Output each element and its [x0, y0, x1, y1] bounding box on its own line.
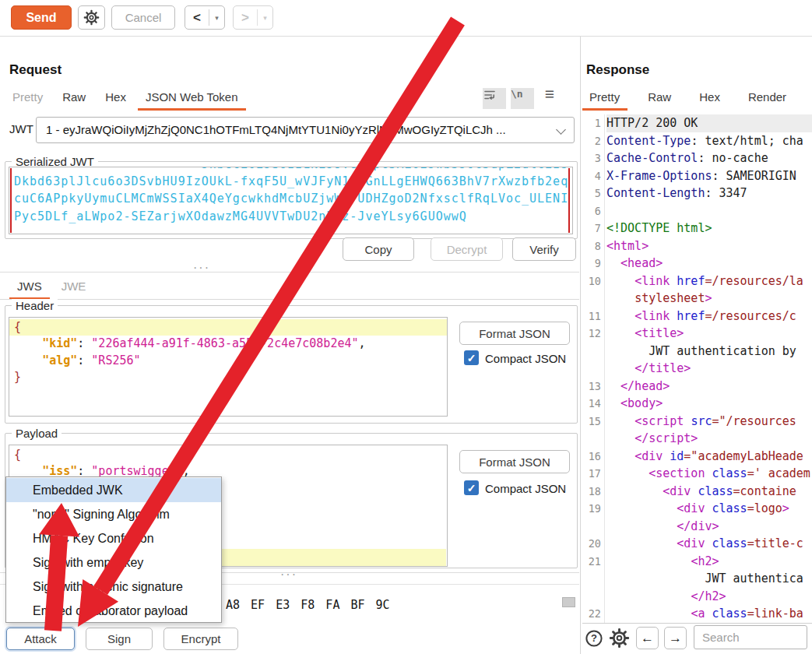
line-text: <body>	[606, 395, 812, 413]
code-segment: <div	[663, 484, 698, 498]
code-line: 7<!DOCTYPE html>	[582, 220, 812, 237]
header-format-json-button[interactable]: Format JSON	[459, 322, 570, 345]
help-button[interactable]: ?	[585, 629, 603, 648]
code-segment: =link-ba	[747, 607, 803, 621]
line-number	[582, 570, 601, 588]
tab-pretty[interactable]: Pretty	[588, 86, 621, 108]
header-compact-json-label: Compact JSON	[485, 352, 566, 365]
attack-menu-item-sign-with-empty-key[interactable]: Sign with empty key	[6, 550, 221, 575]
code-segment: X-Frame-Options	[606, 169, 712, 183]
newline-toggle-button[interactable]: \n	[511, 88, 534, 109]
search-next-button[interactable]: →	[664, 627, 687, 649]
cancel-button[interactable]: Cancel	[111, 5, 175, 30]
encrypt-button[interactable]: Encrypt	[163, 628, 238, 650]
jwt-header-label: Header	[12, 299, 58, 312]
line-number: 13	[582, 378, 601, 396]
editor-menu-button[interactable]: ≡	[540, 85, 559, 108]
code-line: 10 <link href=/resources/la	[582, 272, 812, 290]
sign-button[interactable]: Sign	[86, 628, 153, 650]
code-segment	[606, 501, 677, 515]
line-number: 19	[582, 500, 601, 518]
code-line: 5Content-Length: 3347	[582, 185, 812, 202]
jwt-serialized-line: Dkbd63plJlcu6o3DSvbHU9IzOUkL-fxqF5U_wVJF…	[14, 173, 569, 190]
line-number: 11	[582, 308, 601, 325]
tab-hex[interactable]: Hex	[698, 86, 722, 108]
code-segment: </h2>	[691, 589, 726, 603]
jwt-selector[interactable]: 1 - eyJraWQiOiIyMjZhZjQ0NC1hOTFmLTQ4NjMt…	[36, 117, 575, 143]
code-segment: href	[677, 274, 705, 288]
response-code[interactable]: 1HTTP/2 200 OK2Content-Type: text/html; …	[582, 114, 812, 623]
line-number: 16	[582, 448, 601, 466]
code-segment: =/resources/c	[705, 309, 796, 323]
line-text: <head>	[606, 255, 812, 272]
tab-raw[interactable]: Raw	[646, 86, 673, 108]
tab-pretty[interactable]: Pretty	[11, 86, 44, 108]
code-segment: <div	[677, 501, 712, 515]
tab-render[interactable]: Render	[747, 86, 788, 108]
tab-jwe[interactable]: JWE	[60, 275, 88, 297]
line-number: 4	[582, 167, 601, 185]
json-line: }	[9, 369, 447, 385]
wrap-lines-icon	[483, 88, 506, 102]
code-segment	[606, 536, 677, 550]
attack-menu-item-sign-with-psychic-signature[interactable]: Sign with psychic signature	[6, 575, 221, 599]
scrollbar-thumb[interactable]	[562, 597, 575, 607]
attack-menu-item-hmac-key-confusion[interactable]: HMAC Key Confusion	[6, 526, 221, 550]
line-text: stylesheet>	[606, 290, 812, 308]
code-segment: <script	[634, 414, 691, 428]
back-dropdown-icon[interactable]: ▾	[209, 14, 224, 22]
splitter-handle[interactable]: ···	[193, 261, 210, 275]
wrap-lines-button[interactable]	[483, 88, 506, 109]
search-settings-button[interactable]	[609, 628, 630, 649]
line-text: <script src="/resources	[606, 413, 812, 431]
line-text: Content-Type: text/html; cha	[606, 132, 812, 150]
code-line: 19 <div class=logo>	[582, 500, 812, 518]
panel-divider[interactable]	[580, 37, 581, 654]
tab-json-web-token[interactable]: JSON Web Token	[144, 86, 240, 108]
attack-menu-item-embed-collaborator-payload[interactable]: Embed collaborator payload	[6, 599, 221, 623]
search-input[interactable]	[694, 625, 807, 649]
decrypt-button: Decrypt	[431, 237, 503, 261]
settings-button[interactable]	[78, 5, 105, 30]
code-segment: =containe	[733, 484, 796, 498]
attack-button[interactable]: Attack	[6, 628, 75, 650]
payload-format-json-button[interactable]: Format JSON	[459, 450, 570, 473]
code-segment: >	[782, 501, 789, 515]
code-segment	[606, 449, 634, 463]
gear-icon	[609, 628, 630, 649]
splitter-handle[interactable]: ···	[280, 568, 297, 582]
code-line: JWT authentica	[582, 570, 812, 588]
code-segment: <link	[634, 309, 677, 323]
history-forward-button[interactable]: > ▾	[233, 5, 273, 30]
code-line: 22 <a class=link-ba	[582, 605, 812, 623]
search-prev-button[interactable]: ←	[636, 627, 659, 649]
attack-menu-item-none-signing-algorithm[interactable]: "none" Signing Algorithm	[6, 502, 221, 526]
code-line: 15 <script src="/resources	[582, 413, 812, 431]
line-number: 17	[582, 465, 601, 483]
caret-marker-left	[10, 168, 12, 233]
code-line: JWT authentication by	[582, 343, 812, 360]
jwt-header-editor[interactable]: { "kid": "226af444-a91f-4863-a556-2c4e7c…	[9, 317, 448, 417]
copy-button[interactable]: Copy	[343, 237, 414, 261]
code-segment: >	[705, 291, 712, 305]
code-segment: <html>	[606, 239, 649, 253]
caret-marker-right	[568, 168, 570, 233]
code-segment	[606, 309, 634, 323]
send-button[interactable]: Send	[11, 5, 72, 30]
json-line: {	[9, 319, 447, 336]
code-line: 3Cache-Control: no-cache	[582, 149, 812, 167]
tab-raw[interactable]: Raw	[61, 86, 87, 108]
payload-compact-json-checkbox[interactable]: ✓	[464, 480, 479, 495]
attack-menu-item-embedded-jwk[interactable]: Embedded JWK	[6, 478, 221, 502]
divider	[582, 623, 812, 624]
history-back-button[interactable]: < ▾	[185, 5, 225, 30]
tab-jws[interactable]: JWS	[16, 275, 44, 297]
code-segment: <a	[691, 607, 712, 621]
verify-button[interactable]: Verify	[512, 237, 576, 261]
jwt-serialized-clipped-line: JhbGciOiJSUzI1NiJ9.eyJpc3MiOiJwb3J0c3dpZ…	[14, 167, 569, 173]
tab-hex[interactable]: Hex	[104, 86, 128, 108]
header-compact-json-checkbox[interactable]: ✓	[464, 350, 479, 365]
serialized-jwt-editor[interactable]: JhbGciOiJSUzI1NiJ9.eyJpc3MiOiJwb3J0c3dpZ…	[9, 167, 573, 234]
response-tabs: PrettyRawHexRender	[588, 86, 812, 108]
code-segment: "kid"	[42, 336, 77, 350]
